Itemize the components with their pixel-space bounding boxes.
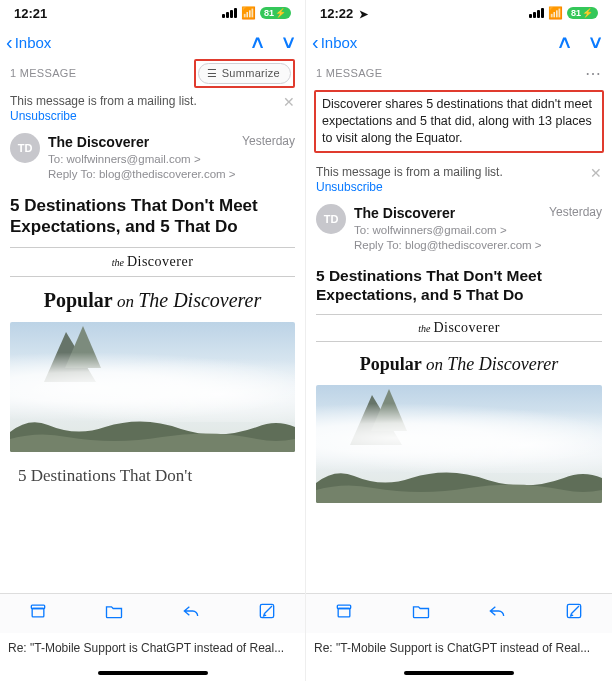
mailing-text: This message is from a mailing list. xyxy=(10,94,197,108)
unsubscribe-link[interactable]: Unsubscribe xyxy=(316,180,503,194)
location-icon: ➤ xyxy=(359,8,368,20)
bottom-toolbar xyxy=(0,593,305,633)
chevron-left-icon: ‹ xyxy=(6,32,13,52)
summarize-label: Summarize xyxy=(222,67,280,79)
message-count: 1 MESSAGE xyxy=(10,67,76,79)
mailing-list-banner: This message is from a mailing list. Uns… xyxy=(0,88,305,129)
status-time-group: 12:22 ➤ xyxy=(320,6,368,21)
status-bar: 12:22 ➤ 📶 81⚡ xyxy=(306,0,612,26)
compose-button[interactable] xyxy=(257,601,277,626)
mailing-text: This message is from a mailing list. xyxy=(316,165,503,179)
archive-button[interactable] xyxy=(334,601,354,626)
reply-to-line: Reply To: blog@thediscoverer.com > xyxy=(48,167,295,183)
email-headline: 5 Destinations That Don't Meet Expectati… xyxy=(306,262,612,315)
screenshot-pair: 12:21 📶 81⚡ ‹ Inbox ∧ ∨ 1 MESSAGE ☰ xyxy=(0,0,612,681)
popular-heading: Popular on The Discoverer xyxy=(306,350,612,385)
phone-left: 12:21 📶 81⚡ ‹ Inbox ∧ ∨ 1 MESSAGE ☰ xyxy=(0,0,306,681)
battery-badge: 81⚡ xyxy=(260,7,291,19)
bottom-toolbar xyxy=(306,593,612,633)
status-bar: 12:21 📶 81⚡ xyxy=(0,0,305,26)
wifi-icon: 📶 xyxy=(548,6,563,20)
brand-bar: theDiscoverer xyxy=(10,247,295,277)
folder-button[interactable] xyxy=(104,601,124,626)
brand-name: Discoverer xyxy=(433,320,499,335)
archive-button[interactable] xyxy=(28,601,48,626)
prev-message-button[interactable]: ∧ xyxy=(556,31,573,53)
sender-name: The Discoverer xyxy=(48,133,149,152)
home-indicator[interactable] xyxy=(98,671,208,675)
brand-the: the xyxy=(418,323,430,334)
more-button[interactable]: ⋯ xyxy=(585,64,602,83)
popular-word: Popular xyxy=(44,289,113,311)
back-label: Inbox xyxy=(321,34,358,51)
sender-lines: The Discoverer Yesterday To: wolfwinners… xyxy=(354,204,602,254)
hero-image xyxy=(10,322,295,452)
svg-rect-4 xyxy=(338,609,350,617)
next-message-button[interactable]: ∨ xyxy=(280,31,297,53)
reply-to-line: Reply To: blog@thediscoverer.com > xyxy=(354,238,602,254)
popular-on: on xyxy=(422,355,448,374)
phone-right: 12:22 ➤ 📶 81⚡ ‹ Inbox ∧ ∨ 1 MESSAGE ⋯ xyxy=(306,0,612,681)
avatar: TD xyxy=(10,133,40,163)
sender-lines: The Discoverer Yesterday To: wolfwinners… xyxy=(48,133,295,183)
sender-block[interactable]: TD The Discoverer Yesterday To: wolfwinn… xyxy=(0,129,305,191)
signal-icon xyxy=(222,8,237,18)
popular-heading: Popular on The Discoverer xyxy=(0,285,305,322)
highlight-summarize: ☰ Summarize xyxy=(194,59,295,88)
prev-message-button[interactable]: ∧ xyxy=(249,31,266,53)
battery-badge: 81⚡ xyxy=(567,7,598,19)
status-right: 📶 81⚡ xyxy=(529,6,598,20)
article-subhead: 5 Destinations That Don't xyxy=(0,452,305,486)
to-line: To: wolfwinners@gmail.com > xyxy=(48,152,295,168)
home-indicator[interactable] xyxy=(404,671,514,675)
ai-summary-text: Discoverer shares 5 destinations that di… xyxy=(322,96,596,147)
status-time: 12:21 xyxy=(14,6,47,21)
popular-source: The Discoverer xyxy=(138,289,261,311)
wifi-icon: 📶 xyxy=(241,6,256,20)
back-label: Inbox xyxy=(15,34,52,51)
message-count: 1 MESSAGE xyxy=(316,67,382,79)
avatar: TD xyxy=(316,204,346,234)
popular-on: on xyxy=(113,292,139,311)
brand-the: the xyxy=(112,257,124,268)
count-row: 1 MESSAGE ⋯ xyxy=(306,58,612,88)
sender-block[interactable]: TD The Discoverer Yesterday To: wolfwinn… xyxy=(306,200,612,262)
highlight-summary: Discoverer shares 5 destinations that di… xyxy=(314,90,604,153)
nav-bar: ‹ Inbox ∧ ∨ xyxy=(306,26,612,58)
popular-source: The Discoverer xyxy=(447,354,558,374)
sender-name: The Discoverer xyxy=(354,204,455,223)
reply-button[interactable] xyxy=(181,601,201,626)
popular-word: Popular xyxy=(360,354,422,374)
email-headline: 5 Destinations That Don't Meet Expectati… xyxy=(0,191,305,248)
sent-when: Yesterday xyxy=(549,204,602,223)
summarize-icon: ☰ xyxy=(207,67,217,80)
summarize-button[interactable]: ☰ Summarize xyxy=(198,63,291,84)
reply-button[interactable] xyxy=(487,601,507,626)
status-time: 12:22 xyxy=(320,6,353,21)
chevron-left-icon: ‹ xyxy=(312,32,319,52)
status-right: 📶 81⚡ xyxy=(222,6,291,20)
brand-name: Discoverer xyxy=(127,254,193,269)
back-button[interactable]: ‹ Inbox xyxy=(6,32,51,52)
sent-when: Yesterday xyxy=(242,133,295,152)
back-button[interactable]: ‹ Inbox xyxy=(312,32,357,52)
next-message-button[interactable]: ∨ xyxy=(587,31,604,53)
compose-button[interactable] xyxy=(564,601,584,626)
to-line: To: wolfwinners@gmail.com > xyxy=(354,223,602,239)
unsubscribe-link[interactable]: Unsubscribe xyxy=(10,109,197,123)
signal-icon xyxy=(529,8,544,18)
folder-button[interactable] xyxy=(411,601,431,626)
close-icon[interactable]: ✕ xyxy=(283,94,295,110)
caption-line: Re: "T-Mobile Support is ChatGPT instead… xyxy=(306,637,612,655)
prev-next: ∧ ∨ xyxy=(251,31,295,53)
nav-bar: ‹ Inbox ∧ ∨ xyxy=(0,26,305,58)
mailing-list-banner: This message is from a mailing list. Uns… xyxy=(306,159,612,200)
hero-image xyxy=(316,385,602,503)
brand-bar: theDiscoverer xyxy=(316,314,602,342)
count-row: 1 MESSAGE ☰ Summarize xyxy=(0,58,305,88)
close-icon[interactable]: ✕ xyxy=(590,165,602,181)
svg-rect-1 xyxy=(32,609,44,617)
caption-line: Re: "T-Mobile Support is ChatGPT instead… xyxy=(0,637,305,655)
prev-next: ∧ ∨ xyxy=(558,31,602,53)
